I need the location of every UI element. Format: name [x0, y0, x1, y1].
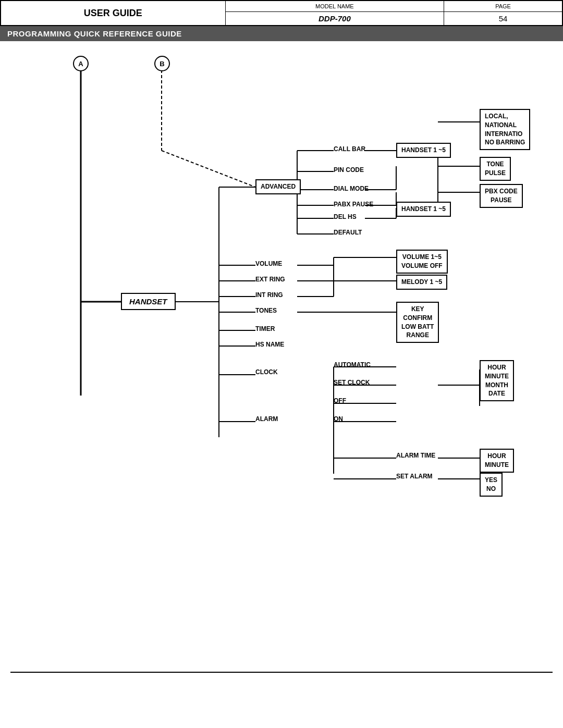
section-title: PROGRAMMING QUICK REFERENCE GUIDE	[0, 26, 563, 41]
pbx-code-pause-box: PBX CODEPAUSE	[480, 184, 523, 208]
local-national-box: LOCAL,NATIONALINTERNATIONO BARRING	[480, 109, 530, 150]
header-table: USER GUIDE MODEL NAME PAGE DDP-700 54	[0, 0, 563, 26]
call-bar-label: CALL BAR	[334, 145, 365, 153]
hour-minute-month-date-box: HOURMINUTEMONTHDATE	[480, 360, 514, 401]
tone-pulse-box: TONEPULSE	[480, 157, 511, 181]
timer-label: TIMER	[255, 325, 275, 332]
off-label: OFF	[334, 397, 346, 404]
set-alarm-label: SET ALARM	[396, 473, 433, 480]
dial-mode-label: DIAL MODE	[334, 185, 369, 192]
alarm-label: ALARM	[255, 415, 278, 423]
pin-code-label: PIN CODE	[334, 166, 364, 174]
ext-ring-label: EXT RING	[255, 276, 285, 283]
page-label: PAGE	[444, 1, 562, 12]
hour-minute-box: HOURMINUTE	[480, 449, 514, 473]
header-title: USER GUIDE	[1, 1, 225, 26]
advanced-box: ADVANCED	[255, 179, 301, 194]
del-hs-label: DEL HS	[334, 213, 357, 220]
footer-line	[10, 672, 553, 673]
svg-line-56	[162, 151, 255, 187]
on-label: ON	[334, 415, 343, 423]
circle-b: B	[154, 56, 170, 71]
tones-label: TONES	[255, 307, 277, 314]
handset-box: HANDSET	[121, 293, 176, 310]
default-label: DEFAULT	[334, 229, 362, 236]
page-value: 54	[444, 12, 562, 26]
clock-label: CLOCK	[255, 368, 278, 376]
set-clock-label: SET CLOCK	[334, 379, 370, 386]
pabx-pause-label: PABX PAUSE	[334, 201, 373, 208]
melody15-box: MELODY 1 ~5	[396, 275, 447, 290]
diagram-area: A B HANDSET ADVANCED CALL BAR PIN CODE D…	[0, 41, 563, 667]
int-ring-label: INT RING	[255, 291, 283, 299]
key-confirm-box: KEYCONFIRMLOW BATTRANGE	[396, 302, 439, 343]
handset15-top-box: HANDSET 1 ~5	[396, 143, 451, 158]
model-value: DDP-700	[225, 12, 444, 26]
handset15-bot-box: HANDSET 1 ~5	[396, 202, 451, 217]
volume-label: VOLUME	[255, 260, 282, 267]
volume15-box: VOLUME 1~5VOLUME OFF	[396, 250, 448, 274]
circle-a: A	[73, 56, 89, 71]
yes-no-box: YESNO	[480, 473, 503, 497]
model-name-label: MODEL NAME	[225, 1, 444, 12]
diagram-lines	[0, 41, 563, 667]
automatic-label: AUTOMATIC	[334, 361, 371, 368]
hs-name-label: HS NAME	[255, 341, 284, 348]
alarm-time-label: ALARM TIME	[396, 452, 435, 459]
